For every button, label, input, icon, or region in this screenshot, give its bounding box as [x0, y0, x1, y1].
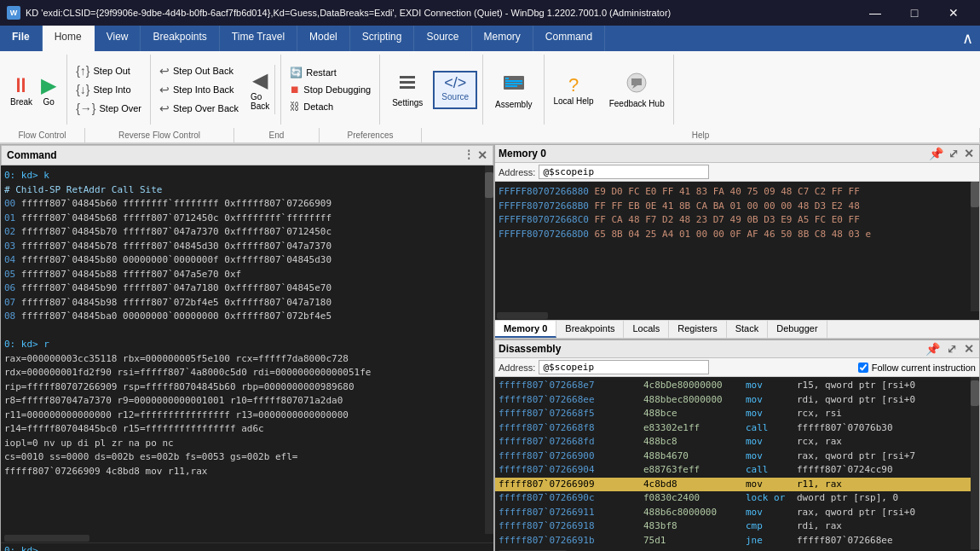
- go-button[interactable]: ▶ Go: [37, 72, 60, 108]
- assembly-button[interactable]: Assembly: [488, 69, 539, 111]
- step-into-button[interactable]: {↓} Step Into: [72, 81, 145, 98]
- ribbon-content: ⏸ Break ▶ Go {↑} Step Out {↓} Step Into: [0, 51, 980, 128]
- disasm-pin-icon[interactable]: 📌: [924, 342, 942, 356]
- stop-debugging-button[interactable]: ⏹ Stop Debugging: [286, 82, 374, 97]
- step-out-icon: {↑}: [76, 64, 89, 78]
- command-drag-icon[interactable]: ⋮: [464, 148, 474, 162]
- command-close-button[interactable]: ✕: [477, 148, 487, 162]
- tab-memory[interactable]: Memory: [472, 26, 533, 51]
- restart-button[interactable]: 🔄 Restart: [286, 65, 374, 80]
- app-icon: W: [7, 6, 20, 20]
- local-help-button[interactable]: ? Local Help: [546, 72, 600, 107]
- svg-rect-2: [400, 86, 415, 89]
- disasm-rows: fffff807`072668e74c8bDe80000000 mov r15,…: [495, 379, 979, 548]
- memory-address-input[interactable]: [539, 165, 709, 179]
- maximize-button[interactable]: □: [895, 0, 934, 26]
- step-out-back-button[interactable]: ↩ Step Out Back: [156, 62, 242, 79]
- end-group-label: End: [234, 128, 320, 142]
- memory-data: FFFFF80707266880 E9 D0 FC E0 FF 41 83 FA…: [495, 182, 979, 311]
- restart-label: Restart: [306, 67, 336, 78]
- command-output: 0: kd> k # Child-SP RetAddr Call Site 00…: [1, 165, 493, 534]
- source-button[interactable]: </> Source: [433, 71, 477, 109]
- command-hscroll-thumb[interactable]: [4, 535, 89, 542]
- close-button[interactable]: ✕: [934, 0, 973, 26]
- ribbon-expand-icon[interactable]: ∧: [955, 26, 980, 51]
- detach-button[interactable]: ⛓ Detach: [286, 99, 374, 114]
- memory-tab-breakpoints[interactable]: Breakpoints: [556, 321, 624, 338]
- source-icon: </>: [444, 74, 466, 92]
- memory-panel: Memory 0 📌 ⤢ ✕ Address: FFFFF80707266880…: [494, 144, 980, 339]
- preferences-group-label: Preferences: [320, 128, 422, 142]
- memory-pin-icon[interactable]: 📌: [927, 147, 945, 160]
- assembly-label: Assembly: [495, 100, 532, 109]
- break-go-group: ⏸ Break ▶ Go: [0, 55, 67, 125]
- disasm-address-input[interactable]: [539, 360, 709, 374]
- go-label: Go: [43, 97, 54, 107]
- disasm-row-10: fffff807`07266918483bf8 cmp rdi, rax: [495, 519, 979, 534]
- step-out-back-icon: ↩: [159, 64, 170, 78]
- follow-checkbox[interactable]: [858, 362, 868, 373]
- tab-file[interactable]: File: [0, 26, 43, 51]
- minimize-button[interactable]: —: [856, 0, 895, 26]
- tab-model[interactable]: Model: [297, 26, 350, 51]
- settings-button[interactable]: Settings: [385, 71, 429, 109]
- tab-view[interactable]: View: [95, 26, 141, 51]
- tab-home[interactable]: Home: [43, 26, 95, 51]
- memory-tab-locals[interactable]: Locals: [624, 321, 669, 338]
- disasm-address-label: Address:: [499, 362, 535, 373]
- command-scrollbar-thumb[interactable]: [485, 172, 493, 198]
- step-out-label: Step Out: [93, 66, 130, 76]
- follow-instruction-control[interactable]: Follow current instruction: [858, 362, 976, 373]
- command-input[interactable]: [42, 545, 490, 551]
- memory-title-area: Memory 0: [499, 148, 546, 160]
- break-button[interactable]: ⏸ Break: [7, 72, 36, 108]
- tab-command[interactable]: Command: [533, 26, 605, 51]
- follow-label: Follow current instruction: [872, 362, 976, 373]
- memory-row-2: FFFFF807072668C0 FF CA 48 F7 D2 48 23 D7…: [499, 213, 976, 228]
- command-scrollbar[interactable]: [485, 165, 493, 534]
- memory-tab-registers[interactable]: Registers: [669, 321, 726, 338]
- memory-tab-stack[interactable]: Stack: [727, 321, 769, 338]
- memory-popout-icon[interactable]: ⤢: [947, 147, 960, 160]
- memory-close-icon[interactable]: ✕: [962, 147, 976, 160]
- memory-hscroll[interactable]: [495, 311, 979, 320]
- cmd-line-7: 06 fffff807`04845b90 fffff807`047a7180 0…: [4, 281, 490, 296]
- window-controls[interactable]: — □ ✕: [856, 0, 973, 26]
- disasm-row-2: fffff807`072668f5488bce mov rcx, rsi: [495, 407, 979, 421]
- command-text-area: 0: kd> k # Child-SP RetAddr Call Site 00…: [4, 169, 490, 531]
- memory-tab-debugger[interactable]: Debugger: [768, 321, 827, 338]
- disasm-scrollbar-thumb[interactable]: [971, 380, 979, 406]
- step-group: {↑} Step Out {↓} Step Into {→} Step Over: [67, 55, 151, 125]
- cmd-line-blank: [4, 324, 490, 339]
- memory-scrollbar-thumb[interactable]: [971, 182, 979, 207]
- cmd-line-9: 08 fffff807`04845ba0 00000000`00000000 0…: [4, 310, 490, 324]
- settings-label: Settings: [392, 98, 423, 107]
- cmd-prompt: 0: kd>: [4, 545, 38, 551]
- disasm-popout-icon[interactable]: ⤢: [945, 342, 959, 356]
- memory-tab-memory0[interactable]: Memory 0: [495, 321, 556, 338]
- end-group: 🔄 Restart ⏹ Stop Debugging ⛓ Detach: [281, 55, 380, 125]
- tab-time-travel[interactable]: Time Travel: [220, 26, 297, 51]
- detach-icon: ⛓: [290, 101, 300, 113]
- step-over-back-button[interactable]: ↩ Step Over Back: [156, 100, 242, 117]
- disasm-header-icons[interactable]: 📌 ⤢ ✕: [924, 342, 976, 356]
- command-hscroll[interactable]: [1, 534, 493, 542]
- memory-panel-icons[interactable]: 📌 ⤢ ✕: [927, 147, 976, 160]
- tab-scripting[interactable]: Scripting: [350, 26, 415, 51]
- memory-hscroll-thumb[interactable]: [497, 312, 548, 319]
- step-into-back-button[interactable]: ↩ Step Into Back: [156, 81, 242, 98]
- disasm-scrollbar[interactable]: [971, 377, 979, 549]
- memory-address-label: Address:: [499, 167, 535, 177]
- memory-title: Memory 0: [499, 148, 546, 160]
- disasm-address-bar: Address: Follow current instruction: [495, 358, 979, 377]
- step-out-button[interactable]: {↑} Step Out: [72, 62, 145, 79]
- command-panel-controls[interactable]: ⋮ ✕: [464, 148, 487, 162]
- go-back-button[interactable]: ◀ GoBack: [245, 65, 275, 114]
- tab-breakpoints[interactable]: Breakpoints: [141, 26, 219, 51]
- disasm-close-icon[interactable]: ✕: [962, 342, 976, 356]
- step-over-button[interactable]: {→} Step Over: [72, 100, 145, 117]
- memory-scrollbar[interactable]: [971, 182, 979, 311]
- feedback-hub-button[interactable]: Feedback Hub: [602, 70, 672, 110]
- tab-source[interactable]: Source: [414, 26, 471, 51]
- ribbon: File Home View Breakpoints Time Travel M…: [0, 26, 980, 144]
